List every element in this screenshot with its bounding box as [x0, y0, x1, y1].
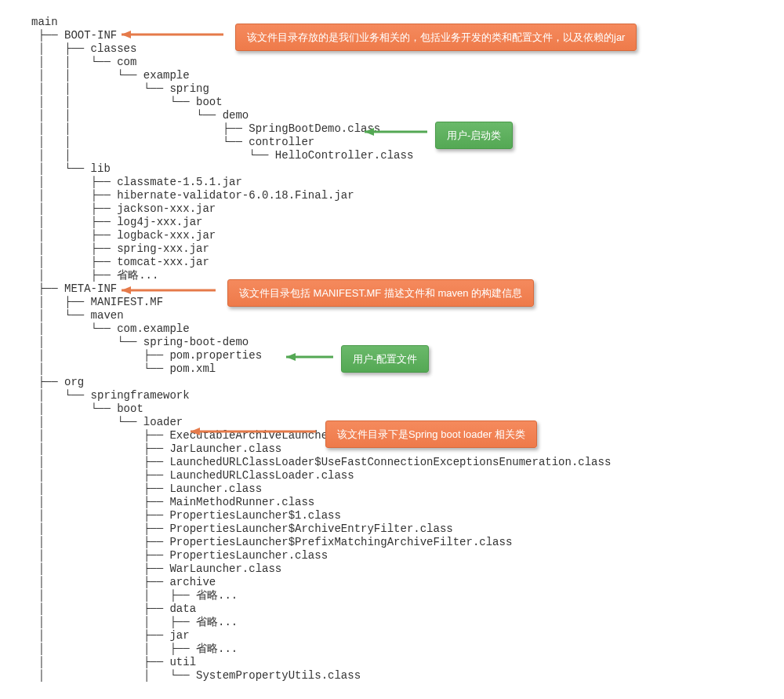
tree-line: │ ├── data [31, 603, 753, 616]
tree-line: │ ├── WarLauncher.class [31, 562, 753, 576]
tree-line: │ ├── classmate-1.5.1.jar [31, 176, 753, 189]
tree-line: │ │ └── com [31, 56, 753, 69]
tree-line: │ ├── jackson-xxx.jar [31, 202, 753, 216]
tree-line: │ ├── Launcher.class [31, 482, 753, 496]
tree-line: │ ├── PropertiesLauncher$ArchiveEntryFil… [31, 522, 753, 536]
callout-boot-inf: 该文件目录存放的是我们业务相关的，包括业务开发的类和配置文件，以及依赖的jar [235, 24, 637, 51]
tree-line: │ ├── logback-xxx.jar [31, 229, 753, 242]
tree-line: │ │ ├── SpringBootDemo.class [31, 122, 753, 136]
tree-line: │ ├── spring-xxx.jar [31, 242, 753, 256]
tree-line: │ └── lib [31, 162, 753, 176]
tree-line: │ ├── util [31, 656, 753, 669]
tree-line: │ │ ├── 省略... [31, 589, 753, 603]
tree-line: │ ├── jar [31, 629, 753, 643]
tree-line: │ │ └── boot [31, 96, 753, 109]
callout-text: 该文件目录包括 MANIFEST.MF 描述文件和 maven 的构建信息 [239, 287, 522, 299]
tree-line: │ ├── tomcat-xxx.jar [31, 256, 753, 269]
tree-line: │ └── com.example [31, 322, 753, 336]
tree-line: ├── org [31, 376, 753, 389]
tree-line: │ ├── PropertiesLauncher$PrefixMatchingA… [31, 536, 753, 549]
callout-text: 用户-配置文件 [353, 353, 417, 365]
tree-line: │ ├── PropertiesLauncher$1.class [31, 509, 753, 522]
tree-line: │ ├── MainMethodRunner.class [31, 496, 753, 509]
tree-line: │ ├── log4j-xxx.jar [31, 216, 753, 229]
tree-line: │ ├── hibernate-validator-6.0.18.Final.j… [31, 189, 753, 202]
tree-line: │ │ ├── 省略... [31, 643, 753, 656]
callout-meta-inf: 该文件目录包括 MANIFEST.MF 描述文件和 maven 的构建信息 [227, 279, 534, 307]
tree-line: │ ├── LaunchedURLClassLoader$UseFastConn… [31, 456, 753, 469]
callout-pom-properties: 用户-配置文件 [341, 345, 429, 373]
tree-line: │ └── springframework [31, 389, 753, 402]
tree-line: │ │ └── example [31, 69, 753, 82]
tree-line: │ │ └── demo [31, 109, 753, 122]
callout-text: 该文件目录存放的是我们业务相关的，包括业务开发的类和配置文件，以及依赖的jar [247, 31, 625, 43]
callout-spring-boot-demo: 用户-启动类 [435, 122, 513, 149]
tree-line: │ ├── archive [31, 576, 753, 589]
tree-line: │ │ └── HelloController.class [31, 149, 753, 162]
callout-loader: 该文件目录下是Spring boot loader 相关类 [325, 420, 537, 448]
tree-line: │ ├── PropertiesLauncher.class [31, 549, 753, 562]
tree-line: │ │ └── controller [31, 136, 753, 149]
callout-text: 该文件目录下是Spring boot loader 相关类 [337, 428, 525, 440]
tree-line: │ │ └── spring [31, 82, 753, 96]
tree-line: │ ├── LaunchedURLClassLoader.class [31, 469, 753, 482]
callout-text: 用户-启动类 [447, 129, 501, 141]
tree-line: │ │ └── SystemPropertyUtils.class [31, 669, 753, 683]
tree-line: │ └── boot [31, 402, 753, 416]
tree-line: │ │ ├── 省略... [31, 616, 753, 629]
tree-line: │ └── maven [31, 309, 753, 322]
